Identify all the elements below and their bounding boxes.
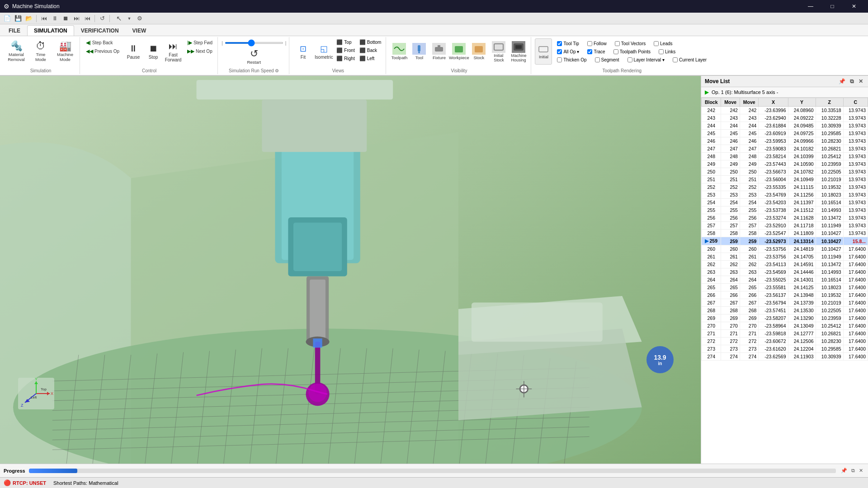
left-view-button[interactable]: ⬛ Left <box>358 55 383 62</box>
rewind-button[interactable]: ⏮ <box>39 14 48 23</box>
tab-verification[interactable]: VERIFICATION <box>74 25 126 36</box>
tab-view[interactable]: VIEW <box>126 25 153 36</box>
step-back-button[interactable]: ◀| Step Back <box>84 38 122 47</box>
table-row[interactable]: 273273273-23.6162024.1220410.2958517.640… <box>702 345 868 353</box>
table-row[interactable]: 267267267-23.5679424.1373910.2101917.640… <box>702 299 868 307</box>
end-button[interactable]: ⏮ <box>83 14 92 23</box>
toolpath-points-button[interactable]: Toolpath Points <box>611 48 653 56</box>
dropdown-arrow[interactable]: ▼ <box>125 14 134 23</box>
movelist-pin-button[interactable]: 📌 <box>837 78 847 85</box>
thicken-op-button[interactable]: Thicken Op <box>555 56 589 64</box>
save-button[interactable]: 💾 <box>14 14 23 23</box>
col-x[interactable]: X <box>759 98 788 107</box>
table-row[interactable]: 243243243-23.6294024.0922210.3222813.974… <box>702 114 868 122</box>
pause-small-button[interactable]: ⏸ <box>50 14 59 23</box>
tool-vectors-checkbox[interactable] <box>615 41 620 46</box>
close-button[interactable]: ✕ <box>844 0 864 13</box>
step-fwd-button[interactable]: |▶ Step Fwd <box>185 38 215 47</box>
segment-checkbox[interactable] <box>595 57 600 62</box>
restart-button[interactable]: ↺ Restart <box>241 48 267 66</box>
table-row[interactable]: 255255255-23.5373824.1151210.1499313.974… <box>702 206 868 214</box>
top-view-button[interactable]: ⬛ Top <box>335 38 356 46</box>
new-button[interactable]: 📄 <box>3 14 12 23</box>
tab-file[interactable]: FILE <box>2 25 27 36</box>
all-op-checkbox[interactable] <box>557 49 562 54</box>
table-row[interactable]: 254254254-23.5420324.1139710.1651413.974… <box>702 199 868 206</box>
bottom-view-button[interactable]: ⬛ Bottom <box>358 38 383 46</box>
progress-detach-button[interactable]: ⧉ <box>850 467 856 474</box>
prev-op-button[interactable]: ◀◀ Previous Op <box>84 47 122 55</box>
table-row[interactable]: 248248248-23.5821424.1039910.2541213.974… <box>702 153 868 160</box>
table-row[interactable]: 262262262-23.5411324.1459110.1347217.640… <box>702 261 868 268</box>
table-row[interactable]: 268268268-23.5745124.1353010.2250517.640… <box>702 307 868 314</box>
minimize-button[interactable]: — <box>800 0 821 13</box>
isometric-button[interactable]: ◱ Isometric <box>314 38 334 65</box>
table-row[interactable]: 246246246-23.5995324.0996610.2823013.974… <box>702 137 868 145</box>
right-view-button[interactable]: ⬛ Right <box>335 55 356 62</box>
back-view-button[interactable]: ⬛ Back <box>358 47 383 54</box>
machine-housing-visibility-button[interactable]: MachineHousing <box>509 38 528 65</box>
maximize-button[interactable]: □ <box>822 0 843 13</box>
col-c[interactable]: C <box>843 98 868 107</box>
table-row[interactable]: 250250250-23.5667324.1078210.2250513.974… <box>702 168 868 176</box>
open-button[interactable]: 📂 <box>24 14 33 23</box>
tool-vectors-button[interactable]: Tool Vectors <box>613 40 648 47</box>
fit-button[interactable]: ⊡ Fit <box>293 38 313 65</box>
refresh-button[interactable]: ↺ <box>98 14 107 23</box>
leads-checkbox[interactable] <box>654 41 659 46</box>
initial-tp-button[interactable]: Initial <box>535 38 552 65</box>
progress-close-button[interactable]: ✕ <box>858 467 864 474</box>
layer-interval-button[interactable]: Layer Interval ▾ <box>625 56 667 64</box>
segment-button[interactable]: Segment <box>593 56 622 64</box>
table-row[interactable]: 257257257-23.5291024.1171810.1194913.974… <box>702 222 868 230</box>
machine-mode-button[interactable]: 🏭 MachineMode <box>53 38 77 65</box>
tool-visibility-button[interactable]: Tool <box>410 38 429 65</box>
col-z[interactable]: Z <box>816 98 843 107</box>
col-y[interactable]: Y <box>788 98 816 107</box>
current-layer-button[interactable]: Current Layer <box>670 56 709 64</box>
table-row[interactable]: 251251251-23.5600424.1094910.2101913.974… <box>702 176 868 183</box>
movelist-detach-button[interactable]: ⧉ <box>849 78 855 85</box>
movelist-close-button[interactable]: ✕ <box>857 78 864 85</box>
col-move2[interactable]: Move <box>740 98 758 107</box>
col-move1[interactable]: Move <box>721 98 740 107</box>
table-row[interactable]: 271271271-23.5981824.1277710.2682117.640… <box>702 330 868 338</box>
table-row[interactable]: 269269269-23.5820724.1329010.2395917.640… <box>702 314 868 322</box>
table-row[interactable]: ▶259259259-23.5297324.1331410.1042715.8.… <box>702 237 868 245</box>
follow-button[interactable]: Follow <box>585 40 609 47</box>
toolpath-points-checkbox[interactable] <box>613 49 618 54</box>
thicken-op-checkbox[interactable] <box>557 57 562 62</box>
time-mode-button[interactable]: ⏱ TimeMode <box>29 38 52 65</box>
table-row[interactable]: 245245245-23.6091924.0972510.2958513.974… <box>702 130 868 137</box>
tooltip-button[interactable]: Tool Tip <box>555 40 581 47</box>
table-row[interactable]: 249249249-23.5744324.1059010.2395913.974… <box>702 160 868 168</box>
forward-small-button[interactable]: ⏭ <box>72 14 81 23</box>
material-removal-button[interactable]: 🔩 MaterialRemoval <box>5 38 28 65</box>
table-row[interactable]: 252252252-23.5533524.1111510.1953213.974… <box>702 183 868 191</box>
table-row[interactable]: 272272272-23.6067224.1250610.2823017.640… <box>702 338 868 345</box>
follow-checkbox[interactable] <box>587 41 592 46</box>
table-row[interactable]: 261261261-23.5375624.1470510.1194917.640… <box>702 253 868 261</box>
workpiece-visibility-button[interactable]: Workpiece <box>449 38 468 65</box>
table-row[interactable]: 253253253-23.5476924.1125610.1802313.974… <box>702 191 868 199</box>
fast-forward-button[interactable]: ⏭ FastForward <box>163 38 183 65</box>
table-row[interactable]: 263263263-23.5456924.1444610.1499317.640… <box>702 268 868 276</box>
layer-interval-checkbox[interactable] <box>627 57 632 62</box>
stop-button[interactable]: ⏹ Stop <box>143 38 163 65</box>
table-row[interactable]: 242242242-23.6399624.0896010.3351813.974… <box>702 107 868 114</box>
table-row[interactable]: 265265265-23.5558124.1412510.1802317.640… <box>702 284 868 291</box>
next-op-button[interactable]: ▶▶ Next Op <box>185 47 215 55</box>
initial-stock-visibility-button[interactable]: InitialStock <box>489 38 508 65</box>
links-button[interactable]: Links <box>656 48 678 56</box>
trace-button[interactable]: Trace <box>585 48 607 56</box>
table-row[interactable]: 266266266-23.5613724.1394810.1953217.640… <box>702 291 868 299</box>
fixture-visibility-button[interactable]: Fixture <box>429 38 448 65</box>
leads-button[interactable]: Leads <box>651 40 675 47</box>
move-table[interactable]: Block Move Move X Y Z C 242242242-23.639… <box>701 98 868 464</box>
table-row[interactable]: 256256256-23.5327424.1162810.1347213.974… <box>702 214 868 222</box>
viewport[interactable]: ⏱ 00:00:03.9/00:01:05.1 <box>0 76 701 464</box>
all-op-button[interactable]: All Op ▾ <box>555 48 581 56</box>
progress-pin-button[interactable]: 📌 <box>840 467 849 474</box>
col-block[interactable]: Block <box>702 98 721 107</box>
table-row[interactable]: 247247247-23.5908324.1018210.2682113.974… <box>702 145 868 153</box>
